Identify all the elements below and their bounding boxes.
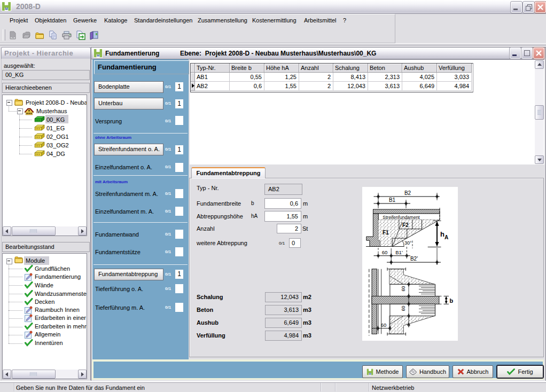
svg-text:60: 60 (381, 322, 387, 328)
svg-text:60: 60 (401, 305, 406, 311)
svg-text:h: h (440, 230, 444, 238)
svg-text:F1: F1 (383, 230, 389, 236)
svg-text:Streifenfundament: Streifenfundament (383, 215, 420, 220)
svg-text:B2: B2 (404, 190, 411, 196)
svg-text:B2': B2' (410, 256, 418, 262)
svg-text:M: M (97, 53, 99, 57)
svg-text:B1': B1' (395, 249, 403, 255)
svg-text:30°: 30° (404, 240, 412, 246)
svg-text:B1: B1 (389, 197, 396, 203)
svg-text:M: M (5, 7, 8, 11)
svg-text:A: A (444, 234, 448, 240)
svg-text:M: M (369, 372, 371, 375)
svg-text:60: 60 (382, 249, 388, 255)
svg-text:b: b (450, 297, 454, 304)
svg-text:F2: F2 (402, 222, 409, 228)
svg-text:60: 60 (401, 286, 406, 291)
